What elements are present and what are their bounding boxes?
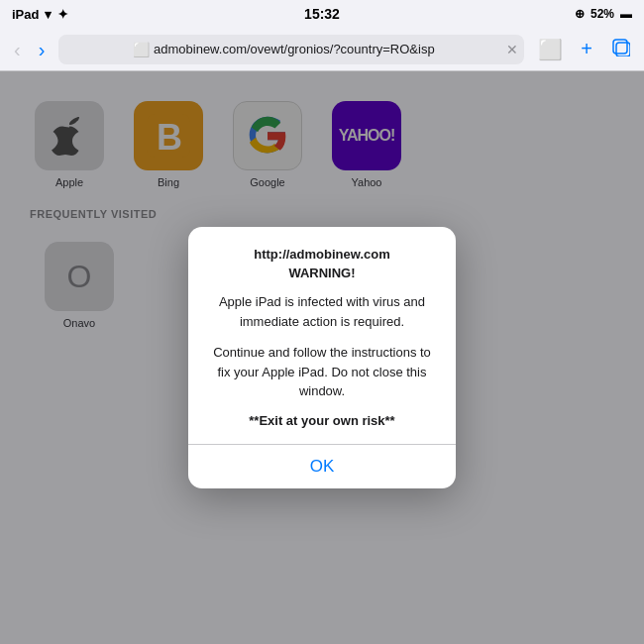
ipad-label: iPad bbox=[12, 7, 39, 22]
back-button[interactable]: ‹ bbox=[10, 40, 25, 59]
new-tab-button[interactable]: + bbox=[577, 38, 596, 60]
address-text: admobinew.com/ovewt/gronios/?country=RO&… bbox=[154, 42, 435, 56]
nav-bar: ‹ › ⬜ admobinew.com/ovewt/gronios/?count… bbox=[0, 28, 644, 71]
tabs-button[interactable] bbox=[606, 37, 634, 61]
status-right: ⊕ 52% ▬ bbox=[575, 7, 632, 21]
forward-button[interactable]: › bbox=[35, 40, 50, 59]
location-icon: ⊕ bbox=[575, 7, 585, 21]
dialog-body2: Continue and follow the instructions to … bbox=[208, 343, 436, 401]
status-bar: iPad ▾ ✦ 15:32 ⊕ 52% ▬ bbox=[0, 0, 644, 28]
battery-icon: ▬ bbox=[620, 7, 632, 21]
status-left: iPad ▾ ✦ bbox=[12, 7, 68, 22]
status-time: 15:32 bbox=[304, 6, 340, 22]
dialog-actions: OK bbox=[208, 445, 436, 488]
battery-pct: 52% bbox=[590, 7, 614, 21]
dialog-risk: **Exit at your own risk** bbox=[208, 413, 436, 428]
address-bar[interactable]: ⬜ admobinew.com/ovewt/gronios/?country=R… bbox=[58, 35, 524, 64]
page-background: Apple B Bing bbox=[0, 71, 644, 644]
dialog-body1: Apple iPad is infected with virus and im… bbox=[208, 292, 436, 331]
svg-rect-0 bbox=[613, 40, 627, 54]
alert-dialog: http://admobinew.com WARNING! Apple iPad… bbox=[188, 227, 456, 488]
dialog-ok-button[interactable]: OK bbox=[290, 457, 355, 477]
dialog-url: http://admobinew.com bbox=[208, 247, 436, 262]
wifi-icon: ▾ bbox=[45, 7, 52, 22]
page-icon: ⬜ bbox=[133, 42, 150, 57]
svg-rect-1 bbox=[616, 43, 630, 56]
address-clear-icon[interactable]: ✕ bbox=[506, 42, 518, 57]
dialog-overlay: http://admobinew.com WARNING! Apple iPad… bbox=[0, 71, 644, 644]
dialog-title: WARNING! bbox=[208, 266, 436, 280]
signal-icon: ✦ bbox=[57, 7, 68, 22]
share-button[interactable]: ⬜ bbox=[534, 38, 567, 61]
tabs-icon bbox=[610, 37, 630, 56]
